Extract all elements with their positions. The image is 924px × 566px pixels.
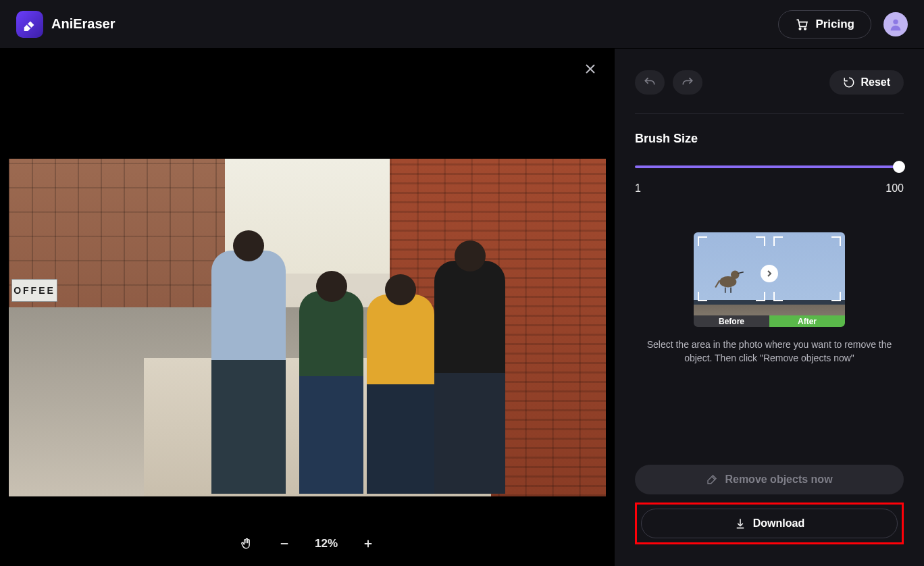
brush-icon	[706, 473, 718, 486]
before-label: Before	[694, 315, 769, 327]
brush-size-slider[interactable]	[635, 161, 904, 173]
compare-arrow-icon	[761, 265, 778, 282]
zoom-toolbar: 12%	[0, 536, 615, 551]
svg-point-1	[804, 28, 806, 29]
minus-icon	[278, 538, 290, 550]
slider-range-labels: 1 100	[635, 182, 904, 195]
download-icon	[734, 517, 746, 530]
brush-size-title: Brush Size	[635, 132, 904, 146]
photo-canvas[interactable]: OFFEE	[9, 159, 606, 496]
redo-icon	[681, 76, 694, 89]
undo-button[interactable]	[635, 70, 665, 95]
download-button[interactable]: Download	[641, 509, 898, 538]
slider-thumb[interactable]	[893, 161, 905, 173]
remove-objects-button[interactable]: Remove objects now	[635, 465, 904, 494]
sidebar: Reset Brush Size 1 100 Before After	[615, 49, 924, 566]
brand-area[interactable]: AniEraser	[16, 11, 116, 38]
history-row: Reset	[635, 70, 904, 114]
after-label: After	[769, 315, 845, 327]
svg-point-2	[893, 19, 898, 24]
redo-button[interactable]	[673, 70, 702, 95]
pricing-label: Pricing	[815, 18, 854, 31]
bird-icon	[713, 261, 748, 296]
plus-icon	[362, 538, 374, 550]
svg-point-0	[800, 28, 802, 29]
hand-icon	[240, 537, 253, 550]
brush-min: 1	[635, 182, 641, 195]
pan-tool[interactable]	[239, 536, 254, 551]
close-button[interactable]	[582, 61, 598, 77]
reset-button[interactable]: Reset	[829, 70, 904, 95]
reset-label: Reset	[861, 76, 890, 88]
store-sign-text: OFFEE	[11, 279, 57, 302]
close-icon	[585, 63, 596, 74]
user-icon	[888, 17, 903, 32]
tutorial-highlight: Download	[635, 503, 904, 544]
brand-name: AniEraser	[51, 16, 116, 32]
reset-icon	[843, 76, 855, 88]
undo-icon	[643, 76, 657, 89]
avatar[interactable]	[883, 12, 908, 36]
cart-icon	[795, 18, 808, 31]
brush-max: 100	[886, 182, 904, 195]
main-area: OFFEE 12%	[0, 49, 924, 566]
zoom-out-button[interactable]	[277, 536, 292, 551]
zoom-in-button[interactable]	[361, 536, 376, 551]
app-header: AniEraser Pricing	[0, 0, 924, 49]
instruction-text: Select the area in the photo where you w…	[635, 338, 904, 365]
pricing-button[interactable]: Pricing	[778, 10, 871, 38]
canvas-area: OFFEE 12%	[0, 49, 615, 566]
eraser-icon	[16, 11, 43, 38]
zoom-value: 12%	[315, 537, 338, 550]
remove-label: Remove objects now	[725, 473, 832, 486]
download-label: Download	[753, 517, 804, 530]
svg-point-4	[731, 271, 739, 279]
before-after-preview: Before After	[694, 232, 845, 327]
